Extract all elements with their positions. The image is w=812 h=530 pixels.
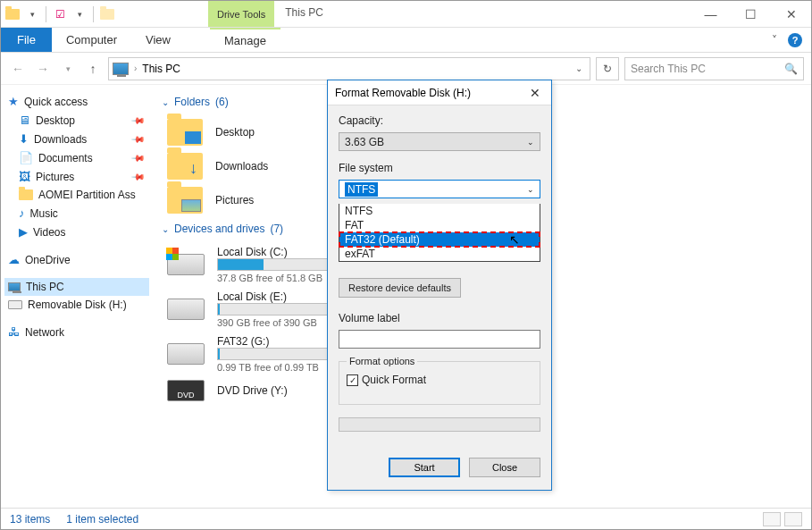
group-label: Folders <box>174 96 210 108</box>
checkbox-icon: ✓ <box>347 374 358 386</box>
titlebar: ▾ ☑ ▾ Drive Tools This PC — ☐ ✕ <box>1 1 811 28</box>
cursor-icon: ↖ <box>509 232 520 247</box>
file-tab[interactable]: File <box>1 28 52 52</box>
sidebar-this-pc[interactable]: This PC <box>4 278 149 296</box>
sidebar-label: Downloads <box>34 133 87 146</box>
drive-icon <box>167 343 205 365</box>
sidebar-label: This PC <box>26 281 64 293</box>
sidebar-videos[interactable]: ▶Videos <box>4 223 149 241</box>
star-icon: ★ <box>8 95 19 108</box>
up-button[interactable]: ↑ <box>83 58 103 80</box>
combo-value: 3.63 GB <box>345 136 384 148</box>
status-bar: 13 items 1 item selected <box>1 508 811 529</box>
sidebar-aomei[interactable]: AOMEI Partition Ass <box>4 186 149 204</box>
filesystem-dropdown-list: NTFS FAT FAT32 (Default) ↖ exFAT <box>339 204 540 262</box>
group-count: (7) <box>270 223 283 235</box>
sidebar-removable-disk[interactable]: Removable Disk (H:) <box>4 296 149 314</box>
sidebar-music[interactable]: ♪Music <box>4 204 149 223</box>
sidebar-label: Videos <box>33 226 65 239</box>
start-button[interactable]: Start <box>389 458 460 477</box>
sidebar-label: Desktop <box>36 114 75 127</box>
filesystem-combo[interactable]: NTFS ⌄ <box>339 180 540 198</box>
address-dropdown-icon[interactable]: ⌄ <box>572 63 586 73</box>
format-progress-bar <box>339 417 540 432</box>
capacity-combo[interactable]: 3.63 GB ⌄ <box>339 132 540 151</box>
videos-icon: ▶ <box>19 225 28 239</box>
quick-format-checkbox[interactable]: ✓ Quick Format <box>347 374 532 386</box>
network-icon: 🖧 <box>8 325 20 339</box>
refresh-button[interactable]: ↻ <box>596 57 619 80</box>
properties-icon[interactable]: ☑ <box>52 6 68 22</box>
explorer-icon <box>4 6 21 22</box>
pictures-icon: 🖼 <box>19 170 30 183</box>
fs-option-exfat[interactable]: exFAT <box>339 247 540 261</box>
sidebar-documents[interactable]: 📄Documents📌 <box>4 148 149 167</box>
qat-dropdown-icon[interactable]: ▾ <box>24 6 40 22</box>
fs-option-fat[interactable]: FAT <box>339 218 540 232</box>
manage-tab[interactable]: Manage <box>210 28 280 52</box>
sidebar-label: Documents <box>38 152 93 164</box>
sidebar-downloads[interactable]: ⬇Downloads📌 <box>4 130 149 148</box>
address-path: This PC <box>142 63 180 75</box>
sidebar-label: AOMEI Partition Ass <box>38 189 136 201</box>
drive-icon <box>167 254 205 275</box>
dialog-close-button[interactable]: ✕ <box>526 86 544 100</box>
navigation-pane: ★Quick access 🖥Desktop📌 ⬇Downloads📌 📄Doc… <box>1 85 153 503</box>
usb-drive-icon <box>8 300 22 309</box>
pin-icon: 📌 <box>131 113 146 127</box>
sidebar-label: Pictures <box>36 171 74 183</box>
new-folder-icon[interactable] <box>99 6 115 22</box>
sidebar-label: Music <box>30 207 58 220</box>
chevron-down-icon: ⌄ <box>527 138 534 147</box>
qat-dropdown-2-icon[interactable]: ▾ <box>71 6 88 22</box>
folder-icon <box>167 187 203 214</box>
volume-label-input[interactable] <box>339 330 540 349</box>
item-label: Desktop <box>215 126 255 139</box>
search-box[interactable]: Search This PC 🔍 <box>624 57 804 80</box>
help-icon[interactable]: ? <box>788 33 802 47</box>
sidebar-network[interactable]: 🖧Network <box>4 323 149 341</box>
drive-icon <box>167 299 205 320</box>
sidebar-quick-access[interactable]: ★Quick access <box>4 92 149 111</box>
sidebar-pictures[interactable]: 🖼Pictures📌 <box>4 167 149 186</box>
drive-tools-contextual-tab[interactable]: Drive Tools <box>208 1 274 27</box>
music-icon: ♪ <box>19 206 25 220</box>
status-selected-count: 1 item selected <box>66 513 138 526</box>
onedrive-icon: ☁ <box>8 253 20 266</box>
close-button[interactable]: ✕ <box>771 1 811 27</box>
computer-tab[interactable]: Computer <box>52 28 131 52</box>
search-placeholder: Search This PC <box>631 63 706 75</box>
large-icons-view-button[interactable] <box>784 512 802 526</box>
restore-defaults-button[interactable]: Restore device defaults <box>339 278 461 298</box>
details-view-button[interactable] <box>763 512 781 526</box>
group-count: (6) <box>215 96 229 108</box>
maximize-button[interactable]: ☐ <box>731 1 771 27</box>
volume-label-label: Volume label <box>339 312 540 324</box>
close-dialog-button[interactable]: Close <box>469 458 540 477</box>
address-bar[interactable]: › This PC ⌄ <box>108 57 590 80</box>
recent-locations-icon[interactable]: ▾ <box>58 58 78 80</box>
pin-icon: 📌 <box>131 150 146 164</box>
view-tab[interactable]: View <box>131 28 185 52</box>
pin-icon: 📌 <box>131 169 146 183</box>
item-label: Pictures <box>215 194 254 206</box>
forward-button[interactable]: → <box>33 58 53 80</box>
format-options-group: Format options ✓ Quick Format <box>339 356 540 405</box>
option-label: FAT32 (Default) <box>345 233 420 246</box>
folder-icon <box>167 119 203 146</box>
fs-option-ntfs[interactable]: NTFS <box>339 204 540 218</box>
minimize-button[interactable]: — <box>691 1 731 27</box>
desktop-icon: 🖥 <box>19 114 30 127</box>
drive-tools-label: Drive Tools <box>217 9 265 20</box>
sidebar-onedrive[interactable]: ☁OneDrive <box>4 250 149 269</box>
item-label: DVD Drive (Y:) <box>217 384 288 397</box>
expand-ribbon-icon[interactable]: ˅ <box>772 34 777 46</box>
sidebar-label: OneDrive <box>25 254 71 266</box>
folder-icon: ↓ <box>167 153 203 180</box>
sidebar-desktop[interactable]: 🖥Desktop📌 <box>4 111 149 130</box>
dialog-title: Format Removable Disk (H:) <box>335 87 471 99</box>
fs-option-fat32[interactable]: FAT32 (Default) ↖ <box>339 232 540 247</box>
chevron-down-icon: ⌄ <box>162 224 169 234</box>
back-button[interactable]: ← <box>8 58 28 80</box>
format-dialog: Format Removable Disk (H:) ✕ Capacity: 3… <box>327 80 552 491</box>
